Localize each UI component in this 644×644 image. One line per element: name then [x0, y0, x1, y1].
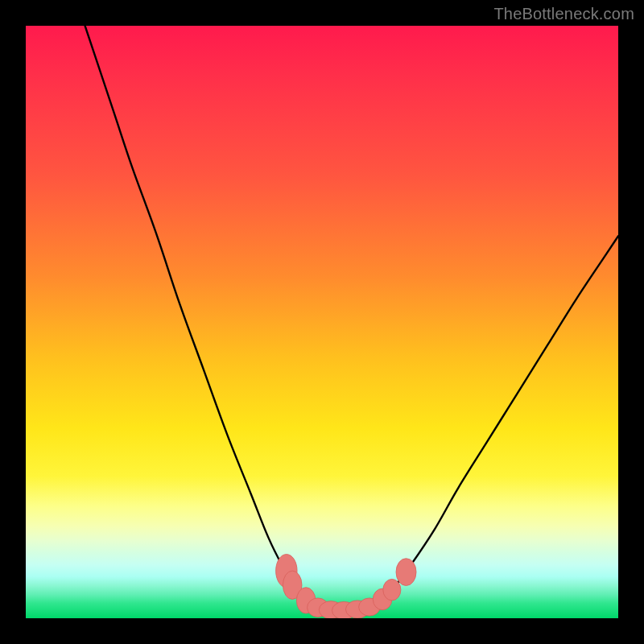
valley-marker — [383, 579, 401, 601]
curves-group — [85, 26, 618, 610]
chart-frame: TheBottleneck.com — [0, 0, 644, 644]
markers-group — [276, 555, 416, 618]
bottleneck-curve — [85, 26, 618, 610]
watermark-label: TheBottleneck.com — [493, 5, 634, 23]
chart-svg — [26, 26, 618, 618]
plot-area — [26, 26, 618, 618]
valley-marker — [396, 559, 416, 586]
